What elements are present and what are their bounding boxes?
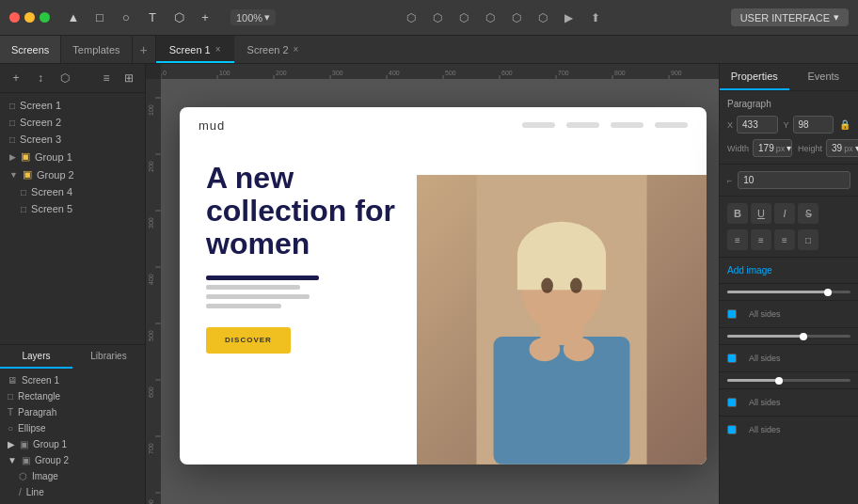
circle-tool[interactable]: ○ [116,8,136,28]
add-tab-button[interactable]: + [133,36,155,63]
events-tab-label: Events [807,71,839,82]
rp-wh-row: Width 179 px ▾ Height 39 px ▾ ⛓ [720,136,858,160]
add-image-link[interactable]: Add image [720,261,858,279]
screen2-tab[interactable]: Screen 2 × [234,36,312,63]
select-tool[interactable]: ▲ [63,8,84,28]
minimize-button[interactable] [24,12,35,23]
layer-item-rect[interactable]: □ Rectangle [0,388,145,404]
layer-item-screen1[interactable]: 🖥 Screen 1 [0,372,145,388]
add-screen-button[interactable]: + [6,68,26,88]
layer-item-group1[interactable]: ▶ ▣ Group 1 [0,436,145,452]
sidebar-item-group2[interactable]: ▼ ▣ Group 2 [0,165,145,183]
sidebar-item-screen4[interactable]: □ Screen 4 [0,183,145,200]
nav-line-2 [566,122,599,128]
user-menu[interactable]: USER INTERFACE ▾ [731,8,849,26]
maximize-button[interactable] [40,12,50,23]
screen1-close[interactable]: × [215,44,221,55]
move-button[interactable]: ↕ [30,68,51,88]
align-right-button[interactable]: ≡ [774,229,795,250]
screens-tab[interactable]: Screens [0,36,61,63]
slider-3[interactable] [727,379,850,382]
properties-tab[interactable]: Properties [720,64,789,90]
all-sides-checkbox-4[interactable] [727,425,737,434]
canvas-screens: mud A new collection for women [180,107,719,465]
x-input[interactable]: 433 [737,116,777,134]
opacity-slider[interactable] [727,291,850,293]
sidebar-item-screen2[interactable]: □ Screen 2 [0,114,145,131]
layers-tab-label: Layers [22,351,50,361]
screen2-close[interactable]: × [294,44,299,55]
center-tools: ⬡ ⬡ ⬡ ⬡ ⬡ ⬡ ▶ ⬆ [283,7,723,29]
list-view-button[interactable]: ≡ [96,68,117,88]
align-left-button[interactable]: ≡ [727,229,748,250]
grid-view-button[interactable]: ⊞ [119,68,139,88]
all-sides-checkbox-2[interactable] [727,354,737,363]
svg-text:700: 700 [148,443,154,454]
close-button[interactable] [9,12,20,23]
layer-item-group2[interactable]: ▼ ▣ Group 2 [0,452,145,468]
layer-item-ellipse[interactable]: ○ Ellipse [0,420,145,436]
underline-button[interactable]: U [751,203,771,224]
layer-ellipse-label: Ellipse [18,423,45,433]
sidebar-item-screen1[interactable]: □ Screen 1 [0,97,145,114]
slider-thumb-3[interactable] [775,377,783,385]
italic-button[interactable]: I [774,203,795,224]
align-tool-3[interactable]: ⬡ [453,7,475,29]
all-sides-checkbox-3[interactable] [727,398,737,407]
desktop-screen[interactable]: mud A new collection for women [180,107,707,465]
align-tool-6[interactable]: ⬡ [532,7,554,29]
screen-icon: □ [21,187,26,197]
lock-icon[interactable]: 🔒 [839,119,850,130]
corner-radius-input[interactable]: 10 [738,171,850,189]
libraries-tab[interactable]: Libraries [72,345,145,369]
slider-thumb-1[interactable] [824,289,832,296]
rect-tool[interactable]: □ [89,8,110,28]
align-tool-5[interactable]: ⬡ [505,7,528,29]
align-tool-1[interactable]: ⬡ [400,7,422,29]
layer-item-line[interactable]: / Line [0,484,145,500]
slider-thumb-2[interactable] [800,333,807,340]
strikethrough-button[interactable]: S̶ [798,203,818,224]
align-tool-2[interactable]: ⬡ [426,7,449,29]
align-center-button[interactable]: ≡ [751,229,771,250]
canvas-inner[interactable]: mud A new collection for women [161,79,719,504]
svg-rect-43 [494,337,630,465]
publish-tool[interactable]: ⬆ [584,7,607,29]
desktop-discover-btn[interactable]: DISCOVER [206,327,291,354]
bold-button[interactable]: B [727,203,748,224]
all-sides-checkbox-1[interactable] [727,309,737,319]
svg-text:900: 900 [671,70,682,76]
slider-2[interactable] [727,335,850,338]
y-input[interactable]: 98 [793,116,834,134]
text-line-4 [206,304,281,308]
screen1-tab[interactable]: Screen 1 × [156,36,234,63]
divider-10 [720,416,858,417]
width-input[interactable]: 179 px ▾ [753,139,792,157]
zoom-control[interactable]: 100% ▾ [230,9,276,25]
image-tool[interactable]: ⬡ [168,8,189,28]
layer-item-para[interactable]: T Paragrah [0,404,145,420]
sidebar-item-screen5[interactable]: □ Screen 5 [0,200,145,217]
svg-text:500: 500 [445,70,456,76]
height-input[interactable]: 39 px ▾ [826,139,858,157]
left-tab-group: Screens Templates + [0,36,156,63]
text-tool[interactable]: T [142,8,163,28]
all-sides-label-3: All sides [741,396,788,409]
preview-tool[interactable]: ▶ [558,7,580,29]
templates-tab[interactable]: Templates [61,36,132,63]
sidebar-item-group1[interactable]: ▶ ▣ Group 1 [0,148,145,165]
traffic-lights [9,12,50,23]
libraries-tab-label: Libraries [90,351,126,361]
layer-item-image[interactable]: ⬡ Image [0,468,145,484]
border-button[interactable]: □ [798,229,818,250]
events-tab[interactable]: Events [789,64,859,90]
align-tool-4[interactable]: ⬡ [479,7,501,29]
add-tool[interactable]: + [195,8,215,28]
sidebar-item-screen3[interactable]: □ Screen 3 [0,131,145,148]
svg-text:800: 800 [614,70,626,76]
sidebar-screen3-label: Screen 3 [20,134,61,145]
layers-tab[interactable]: Layers [0,345,72,369]
duplicate-button[interactable]: ⬡ [55,68,75,88]
text-line-3 [206,294,310,299]
discover-btn-label: DISCOVER [225,336,272,344]
